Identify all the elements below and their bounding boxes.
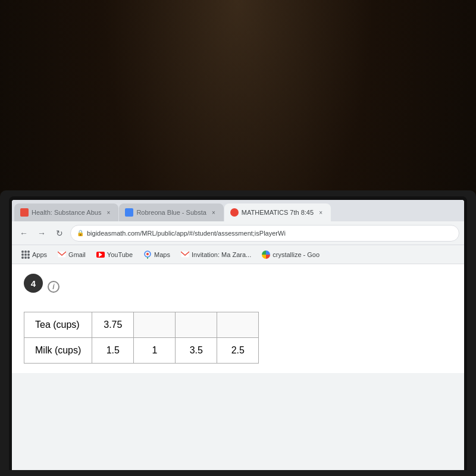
tab-math-title: MATHEMATICS 7th 8:45 bbox=[242, 209, 314, 216]
tab-robreona-title: Robreona Blue - Substa bbox=[136, 209, 206, 216]
tab-health-close[interactable]: × bbox=[104, 208, 112, 217]
milk-label: Milk (cups) bbox=[24, 338, 92, 364]
tab-robreona-close[interactable]: × bbox=[209, 208, 218, 217]
question-number-badge: 4 bbox=[24, 274, 43, 293]
table-row-tea: Tea (cups) 3.75 bbox=[24, 312, 259, 338]
bookmark-youtube-label: YouTube bbox=[107, 251, 133, 258]
forward-button[interactable]: → bbox=[35, 226, 49, 240]
tab-bar: Health: Substance Abus × Robreona Blue -… bbox=[12, 200, 464, 221]
tea-answer-1[interactable] bbox=[134, 312, 176, 338]
bookmark-maps-label: Maps bbox=[154, 251, 170, 258]
address-bar[interactable]: 🔒 bigideasmath.com/MRL/public/app/#/stud… bbox=[70, 225, 459, 242]
svg-point-2 bbox=[146, 253, 149, 255]
tea-answer-3[interactable] bbox=[217, 312, 259, 338]
milk-val-3: 3.5 bbox=[176, 338, 217, 364]
svg-rect-4 bbox=[181, 251, 189, 258]
bookmarks-bar: Apps Gmail YouTube bbox=[12, 245, 464, 264]
bookmark-youtube[interactable]: YouTube bbox=[92, 249, 137, 261]
bookmark-apps[interactable]: Apps bbox=[17, 248, 52, 261]
milk-val-1: 1.5 bbox=[92, 338, 134, 364]
tab-math-close[interactable]: × bbox=[317, 208, 325, 217]
milk-val-4: 2.5 bbox=[217, 338, 259, 364]
bookmark-invitation-label: Invitation: Ma Zara... bbox=[192, 251, 251, 258]
tab-health[interactable]: Health: Substance Abus × bbox=[14, 203, 118, 221]
tea-label: Tea (cups) bbox=[24, 312, 92, 338]
table-row-milk: Milk (cups) 1.5 1 3.5 2.5 bbox=[24, 338, 259, 364]
url-text: bigideasmath.com/MRL/public/app/#/studen… bbox=[87, 230, 286, 237]
page-content: 4 i Tea (cups) 3.75 Milk (cups) 1.5 1 bbox=[12, 264, 464, 373]
bookmark-crystallize[interactable]: crystallize - Goo bbox=[257, 248, 324, 261]
docs-favicon bbox=[125, 208, 133, 217]
lock-icon: 🔒 bbox=[77, 230, 84, 236]
gmail-favicon bbox=[58, 251, 66, 258]
apps-grid-icon bbox=[21, 250, 30, 259]
bookmark-crystallize-label: crystallize - Goo bbox=[273, 251, 320, 258]
browser-window: Health: Substance Abus × Robreona Blue -… bbox=[12, 200, 464, 470]
bookmark-gmail-label: Gmail bbox=[68, 251, 86, 258]
tea-answer-2[interactable] bbox=[176, 312, 217, 338]
health-favicon bbox=[20, 208, 29, 217]
youtube-favicon bbox=[96, 252, 105, 258]
tab-health-title: Health: Substance Abus bbox=[32, 209, 101, 216]
back-button[interactable]: ← bbox=[17, 226, 31, 240]
reload-button[interactable]: ↻ bbox=[52, 226, 67, 240]
milk-val-2: 1 bbox=[134, 338, 176, 364]
address-bar-area: ← → ↻ 🔒 bigideasmath.com/MRL/public/app/… bbox=[12, 221, 464, 245]
bookmark-gmail[interactable]: Gmail bbox=[53, 249, 90, 261]
question-row: 4 i bbox=[24, 274, 452, 300]
maps-favicon bbox=[143, 250, 152, 259]
info-icon[interactable]: i bbox=[48, 281, 60, 293]
google-favicon bbox=[262, 250, 270, 259]
invitation-favicon bbox=[181, 251, 189, 258]
bookmark-maps[interactable]: Maps bbox=[139, 248, 175, 261]
tab-math[interactable]: MATHEMATICS 7th 8:45 × bbox=[224, 203, 331, 221]
math-table: Tea (cups) 3.75 Milk (cups) 1.5 1 3.5 2.… bbox=[24, 312, 259, 364]
svg-rect-0 bbox=[58, 251, 66, 258]
bookmark-apps-label: Apps bbox=[32, 251, 47, 258]
math-favicon bbox=[230, 208, 239, 217]
bookmark-invitation[interactable]: Invitation: Ma Zara... bbox=[176, 249, 256, 261]
tab-robreona[interactable]: Robreona Blue - Substa × bbox=[119, 203, 223, 221]
tea-val-1: 3.75 bbox=[92, 312, 134, 338]
